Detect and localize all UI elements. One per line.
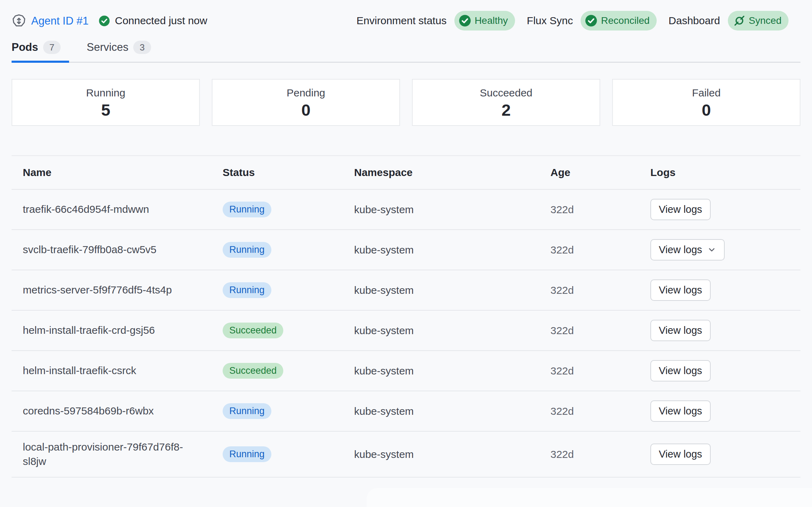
status-badge: Running bbox=[223, 242, 271, 258]
pod-name: helm-install-traefik-csrck bbox=[12, 355, 223, 386]
status-badge: Running bbox=[223, 282, 271, 298]
pod-name: svclb-traefik-79ffb0a8-cw5v5 bbox=[12, 234, 223, 265]
reconciled-badge-label: Reconciled bbox=[601, 15, 650, 26]
tab-services-count-badge: 3 bbox=[133, 41, 151, 54]
column-header-age: Age bbox=[550, 167, 650, 178]
status-badge: Running bbox=[223, 446, 271, 462]
pod-name: coredns-597584b69b-r6wbx bbox=[12, 396, 223, 427]
tab-pods[interactable]: Pods 7 bbox=[12, 36, 69, 62]
pod-name: metrics-server-5f9f776df5-4ts4p bbox=[12, 275, 223, 306]
pods-dashboard-page: Agent ID #1 Connected just now Environme… bbox=[0, 0, 812, 507]
view-logs-button[interactable]: View logs bbox=[650, 400, 711, 422]
pod-namespace: kube-system bbox=[354, 365, 550, 377]
chevron-down-icon bbox=[707, 245, 716, 254]
pod-summary-cards: Running 5 Pending 0 Succeeded 2 Failed 0 bbox=[12, 79, 800, 126]
column-header-logs: Logs bbox=[650, 167, 800, 178]
summary-card-label: Running bbox=[86, 87, 126, 99]
summary-card-label: Succeeded bbox=[480, 87, 532, 99]
resource-tabs: Pods 7 Services 3 bbox=[12, 31, 800, 63]
summary-card-pending: Pending 0 bbox=[212, 79, 400, 126]
pod-name: helm-install-traefik-crd-gsj56 bbox=[12, 315, 223, 346]
tab-pods-label: Pods bbox=[12, 41, 38, 54]
column-header-namespace: Namespace bbox=[354, 167, 550, 178]
table-row: local-path-provisioner-79f67d76f8-sl8jw … bbox=[12, 432, 800, 478]
synced-badge-label: Synced bbox=[749, 15, 781, 26]
healthy-check-icon bbox=[459, 14, 471, 27]
reconciled-check-icon bbox=[585, 14, 597, 27]
pod-name: traefik-66c46d954f-mdwwn bbox=[12, 194, 223, 225]
table-row: traefik-66c46d954f-mdwwn Running kube-sy… bbox=[12, 190, 800, 230]
view-logs-button[interactable]: View logs bbox=[650, 320, 711, 341]
summary-card-label: Pending bbox=[286, 87, 325, 99]
view-logs-button[interactable]: View logs bbox=[650, 444, 711, 465]
view-logs-dropdown-button[interactable]: View logs bbox=[650, 239, 725, 261]
pod-namespace: kube-system bbox=[354, 325, 550, 337]
agent-connection-group: Agent ID #1 Connected just now bbox=[12, 13, 207, 28]
pod-namespace: kube-system bbox=[354, 244, 550, 256]
pod-age: 322d bbox=[550, 325, 650, 337]
healthy-badge: Healthy bbox=[454, 11, 515, 31]
agent-id-link[interactable]: Agent ID #1 bbox=[31, 15, 89, 26]
pod-age: 322d bbox=[550, 365, 650, 377]
pod-age: 322d bbox=[550, 244, 650, 256]
synced-badge: Synced bbox=[728, 11, 789, 31]
bottom-surface bbox=[367, 488, 812, 507]
status-badge: Succeeded bbox=[223, 363, 283, 379]
table-row: metrics-server-5f9f776df5-4ts4p Running … bbox=[12, 270, 800, 311]
pod-age: 322d bbox=[550, 204, 650, 216]
dashboard-label: Dashboard bbox=[669, 15, 720, 27]
view-logs-button[interactable]: View logs bbox=[650, 279, 711, 301]
pod-name: local-path-provisioner-79f67d76f8-sl8jw bbox=[12, 432, 208, 477]
agent-icon bbox=[12, 13, 26, 28]
summary-card-value: 5 bbox=[101, 102, 110, 118]
sync-icon bbox=[733, 15, 745, 27]
environment-badges-group: Environment status Healthy Flux Sync bbox=[357, 11, 800, 31]
pods-table: Name Status Namespace Age Logs traefik-6… bbox=[12, 155, 800, 478]
status-badge: Running bbox=[223, 403, 271, 419]
tab-pods-count-badge: 7 bbox=[43, 41, 61, 54]
status-badge: Running bbox=[223, 202, 271, 217]
summary-card-value: 0 bbox=[702, 102, 711, 118]
table-row: helm-install-traefik-crd-gsj56 Succeeded… bbox=[12, 311, 800, 351]
top-bar: Agent ID #1 Connected just now Environme… bbox=[12, 0, 800, 31]
status-badge: Succeeded bbox=[223, 323, 283, 338]
pod-age: 322d bbox=[550, 448, 650, 460]
view-logs-button[interactable]: View logs bbox=[650, 199, 711, 220]
column-header-status: Status bbox=[223, 167, 354, 178]
flux-sync-label: Flux Sync bbox=[527, 15, 573, 27]
table-row: helm-install-traefik-csrck Succeeded kub… bbox=[12, 351, 800, 391]
view-logs-button[interactable]: View logs bbox=[650, 360, 711, 381]
tab-services-label: Services bbox=[87, 41, 128, 54]
pod-namespace: kube-system bbox=[354, 204, 550, 216]
summary-card-succeeded: Succeeded 2 bbox=[412, 79, 600, 126]
summary-card-value: 0 bbox=[301, 102, 310, 118]
environment-status-label: Environment status bbox=[357, 15, 447, 27]
pod-age: 322d bbox=[550, 405, 650, 417]
connection-status-text: Connected just now bbox=[115, 15, 208, 27]
table-row: coredns-597584b69b-r6wbx Running kube-sy… bbox=[12, 391, 800, 432]
reconciled-badge: Reconciled bbox=[581, 11, 657, 31]
table-row: svclb-traefik-79ffb0a8-cw5v5 Running kub… bbox=[12, 230, 800, 270]
pod-namespace: kube-system bbox=[354, 448, 550, 460]
tab-services[interactable]: Services 3 bbox=[87, 36, 159, 62]
pod-age: 322d bbox=[550, 284, 650, 296]
summary-card-running: Running 5 bbox=[12, 79, 200, 126]
summary-card-failed: Failed 0 bbox=[612, 79, 800, 126]
summary-card-label: Failed bbox=[692, 87, 721, 99]
table-header-row: Name Status Namespace Age Logs bbox=[12, 156, 800, 190]
healthy-badge-label: Healthy bbox=[475, 15, 508, 26]
pod-namespace: kube-system bbox=[354, 405, 550, 417]
connected-check-icon bbox=[99, 15, 110, 27]
summary-card-value: 2 bbox=[501, 102, 510, 118]
pod-namespace: kube-system bbox=[354, 284, 550, 296]
column-header-name: Name bbox=[12, 167, 223, 178]
